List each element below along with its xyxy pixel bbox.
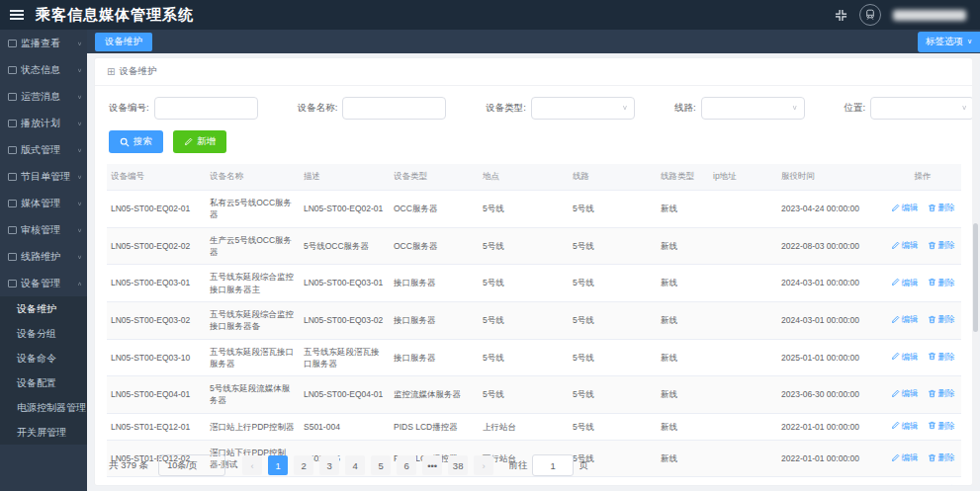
chevron-up-icon: ∧ xyxy=(77,280,82,286)
sidebar-subitem[interactable]: 设备维护 xyxy=(0,296,87,321)
filter-label: 设备名称: xyxy=(298,102,338,115)
chevron-down-icon: ∨ xyxy=(792,104,798,112)
delete-button[interactable]: 删除 xyxy=(928,387,955,399)
sidebar-item-label: 审核管理 xyxy=(21,223,77,237)
sidebar-subitem[interactable]: 设备配置 xyxy=(0,370,87,395)
sidebar-item[interactable]: 版式管理∨ xyxy=(0,136,87,163)
delete-button[interactable]: 删除 xyxy=(928,351,955,363)
sidebar-item[interactable]: 节目单管理∨ xyxy=(0,163,87,190)
table-cell: 新线 xyxy=(657,227,709,265)
table-cell xyxy=(709,227,777,265)
table-cell: 5号线 xyxy=(569,376,657,414)
pagination: 共 379 条 10条/页 ∨ ‹ 123456•••38 › 前往 页 xyxy=(95,446,972,485)
page-button[interactable]: 5 xyxy=(371,455,391,475)
delete-button[interactable]: 删除 xyxy=(928,277,955,288)
filter-select[interactable]: ∨ xyxy=(701,97,805,120)
sidebar-subitem[interactable]: 开关屏管理 xyxy=(0,420,87,445)
filter-select[interactable]: ∨ xyxy=(531,97,635,120)
filter-input[interactable] xyxy=(342,97,446,120)
user-name-redacted[interactable] xyxy=(893,10,966,21)
sidebar-item[interactable]: 媒体管理∨ xyxy=(0,190,87,216)
sidebar-subitem[interactable]: 设备分组 xyxy=(0,321,87,346)
page-button[interactable]: 3 xyxy=(319,455,339,475)
next-page-button[interactable]: › xyxy=(474,455,493,475)
fullscreen-icon[interactable] xyxy=(835,9,847,22)
filter-group: 设备编号: xyxy=(109,97,258,120)
sidebar-item[interactable]: 审核管理∨ xyxy=(0,216,87,243)
table-cell: LN05-ST00-EQ02-01 xyxy=(107,191,206,228)
sidebar-item-label: 状态信息 xyxy=(21,63,77,77)
table-cell: 新线 xyxy=(657,301,709,339)
search-button[interactable]: 搜索 xyxy=(109,130,163,153)
sidebar-item[interactable]: 播放计划∨ xyxy=(0,110,87,136)
page-button[interactable]: 38 xyxy=(448,455,468,475)
sidebar-item[interactable]: 设备管理∧ xyxy=(0,270,87,296)
sidebar-subitem[interactable]: 设备命令 xyxy=(0,346,87,370)
device-maintain-card: ⊞ 设备维护 设备编号:设备名称:设备类型:∨线路:∨位置:∨ 搜索 新增 xyxy=(95,58,972,485)
page-button[interactable]: 4 xyxy=(345,455,365,475)
edit-button[interactable]: 编辑 xyxy=(891,387,919,399)
filter-select[interactable]: ∨ xyxy=(870,97,972,120)
add-button[interactable]: 新增 xyxy=(173,130,226,153)
edit-button[interactable]: 编辑 xyxy=(891,239,919,251)
sidebar-item-label: 线路维护 xyxy=(21,250,77,264)
sidebar-item-label: 监播查看 xyxy=(21,37,77,50)
delete-button[interactable]: 删除 xyxy=(928,420,955,432)
sidebar-item[interactable]: 监播查看∨ xyxy=(0,30,87,56)
page-ellipsis[interactable]: ••• xyxy=(422,455,442,475)
page-button[interactable]: 6 xyxy=(397,455,416,475)
grid-icon: ⊞ xyxy=(107,66,115,77)
train-avatar-icon[interactable] xyxy=(859,4,881,26)
delete-button[interactable]: 删除 xyxy=(928,313,955,325)
table-cell: 5号线 xyxy=(479,227,569,265)
sidebar-item[interactable]: 线路维护∨ xyxy=(0,243,87,270)
table-cell: 接口服务器 xyxy=(390,301,479,339)
table-cell: 5号线 xyxy=(479,339,569,376)
chevron-down-icon: ∨ xyxy=(961,104,967,112)
edit-button[interactable]: 编辑 xyxy=(891,351,919,363)
main-area: 设备维护 标签选项 ∨ ⊞ 设备维护 设备编号:设备名称:设备类型:∨线路:∨位… xyxy=(87,30,980,491)
filter-group: 设备类型:∨ xyxy=(486,97,635,120)
edit-button[interactable]: 编辑 xyxy=(891,277,919,288)
prev-page-button[interactable]: ‹ xyxy=(242,455,262,475)
delete-button[interactable]: 删除 xyxy=(928,202,955,213)
scrollbar-thumb[interactable] xyxy=(973,223,978,332)
tag-options-button[interactable]: 标签选项 ∨ xyxy=(918,32,980,52)
edit-button[interactable]: 编辑 xyxy=(891,420,919,432)
filter-input[interactable] xyxy=(154,97,258,120)
table-cell xyxy=(709,413,777,440)
filter-group: 位置:∨ xyxy=(845,97,972,120)
table-cell: 5号线 xyxy=(569,191,657,228)
table-cell: LN05-ST00-EQ04-01 xyxy=(300,376,390,414)
sidebar-item[interactable]: 状态信息∨ xyxy=(0,56,87,83)
vertical-scrollbar[interactable] xyxy=(972,55,979,486)
layout-manage-icon xyxy=(8,146,17,154)
filter-label: 线路: xyxy=(674,102,696,115)
menu-icon[interactable] xyxy=(10,10,24,20)
page-button[interactable]: 2 xyxy=(294,455,313,475)
chevron-down-icon: ∨ xyxy=(77,173,82,179)
chevron-down-icon: ∨ xyxy=(77,66,82,72)
row-actions: 编辑删除 xyxy=(884,301,961,339)
jump-page-input[interactable] xyxy=(532,454,574,476)
row-actions: 编辑删除 xyxy=(884,191,961,228)
edit-button[interactable]: 编辑 xyxy=(891,202,919,213)
table-cell: S501-004 xyxy=(300,413,390,440)
delete-button[interactable]: 删除 xyxy=(928,239,955,251)
sidebar-subitem[interactable]: 电源控制器管理 xyxy=(0,395,87,420)
chevron-down-icon: ∨ xyxy=(967,38,972,45)
table-row: LN05-ST00-EQ02-02生产云5号线OCC服务器5号线OCC服务器OC… xyxy=(107,227,961,265)
table-cell: 滘口站上行PDP控制器 xyxy=(206,413,300,440)
page-size-select[interactable]: 10条/页 ∨ xyxy=(158,454,225,476)
table-row: LN05-ST00-EQ03-01五号线东延段综合监控接口服务器主LN05-ST… xyxy=(107,265,961,302)
table-cell: 2022-08-03 00:00:00 xyxy=(777,227,884,265)
chevron-down-icon: ∨ xyxy=(77,146,82,152)
page-button[interactable]: 1 xyxy=(268,455,288,475)
tab-device-maintain[interactable]: 设备维护 xyxy=(95,33,152,51)
edit-button[interactable]: 编辑 xyxy=(891,313,919,325)
table-cell: 五号线东延段综合监控接口服务器备 xyxy=(206,301,300,339)
sidebar-item[interactable]: 运营消息∨ xyxy=(0,83,87,110)
table-cell: 新线 xyxy=(657,191,709,228)
operation-message-icon xyxy=(8,93,17,101)
table-cell: 5号线 xyxy=(479,265,569,302)
